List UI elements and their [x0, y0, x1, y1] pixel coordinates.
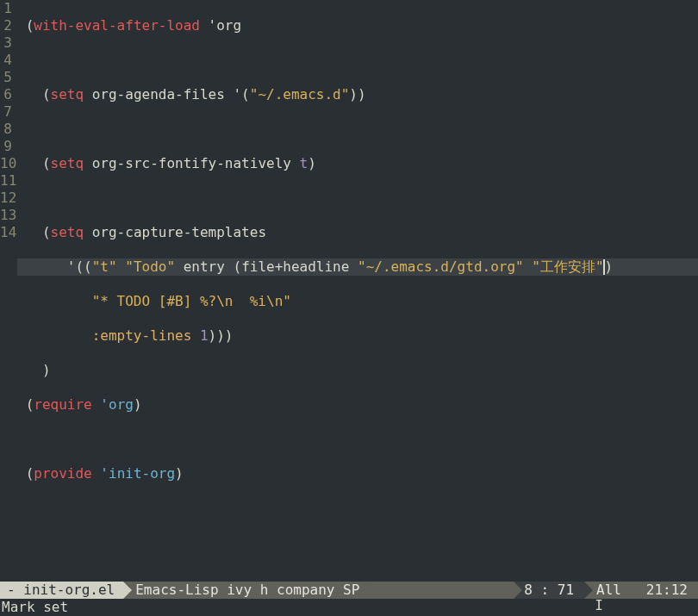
mode-line[interactable]: - init-org.el Emacs-Lisp ivy h company S…	[0, 582, 698, 599]
code-line[interactable]	[17, 52, 698, 69]
code-line[interactable]: (require 'org)	[17, 396, 698, 414]
code-line-current[interactable]: '(("t" "Todo" entry (file+headline "~/.e…	[17, 258, 698, 276]
code-line[interactable]	[17, 121, 698, 138]
code-buffer[interactable]: (with-eval-after-load 'org (setq org-age…	[17, 0, 698, 584]
code-line[interactable]: (setq org-agenda-files '("~/.emacs.d"))	[17, 86, 698, 103]
code-line[interactable]: (setq org-src-fontify-natively t)	[17, 155, 698, 172]
minibuffer[interactable]: Mark set I	[0, 599, 698, 616]
code-line[interactable]: :empty-lines 1)))	[17, 327, 698, 345]
modeline-filename[interactable]: - init-org.el	[0, 582, 123, 599]
modeline-modes[interactable]: Emacs-Lisp ivy h company SP	[123, 582, 368, 599]
minibuffer-cursor-icon: I	[595, 597, 603, 614]
code-line[interactable]	[17, 190, 698, 207]
code-line[interactable]: (with-eval-after-load 'org	[17, 17, 698, 34]
minibuffer-message: Mark set	[2, 599, 68, 615]
line-number-gutter: 1 2 3 4 5 6 7 8 9 10 11 12 13 14	[0, 0, 17, 584]
modeline-right: All 21:12	[584, 582, 698, 599]
code-line[interactable]: (setq org-capture-templates	[17, 224, 698, 241]
code-line[interactable]: )	[17, 362, 698, 379]
code-line[interactable]: (provide 'init-org)	[17, 465, 698, 482]
code-line[interactable]	[17, 431, 698, 448]
modeline-position: 8 : 71	[514, 582, 584, 599]
code-line[interactable]: "* TODO [#B] %?\n %i\n"	[17, 293, 698, 310]
editor-area[interactable]: 1 2 3 4 5 6 7 8 9 10 11 12 13 14 (with-e…	[0, 0, 698, 584]
